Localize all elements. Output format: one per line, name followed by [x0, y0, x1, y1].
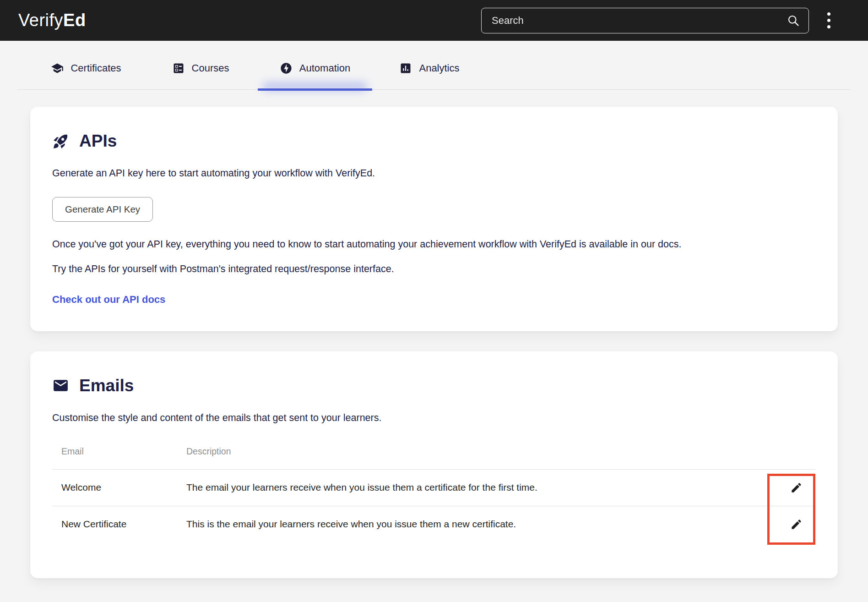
edit-pencil-icon [790, 482, 803, 494]
certificates-school-icon [51, 62, 64, 75]
email-description: The email your learners receive when you… [186, 482, 776, 493]
apis-card-title: APIs [79, 131, 117, 151]
rocket-icon [52, 133, 69, 150]
overflow-menu-icon[interactable] [825, 11, 832, 30]
email-name: New Certificate [61, 519, 186, 530]
email-description: This is the email your learners receive … [186, 519, 776, 530]
tab-analytics-label: Analytics [419, 62, 459, 74]
main-tabs: Certificates Courses Automation Analytic… [17, 41, 851, 90]
search-bar[interactable] [481, 8, 809, 33]
tab-courses-label: Courses [192, 62, 229, 74]
tab-automation[interactable]: Automation [258, 47, 372, 89]
email-name: Welcome [61, 482, 186, 493]
search-input[interactable] [491, 14, 787, 27]
column-header-description: Description [186, 446, 776, 457]
emails-card-title: Emails [79, 376, 134, 395]
logo-text-bold: Ed [63, 11, 86, 30]
apis-postman-text: Try the APIs for yourself with Postman's… [52, 263, 816, 275]
table-row-new-certificate: New Certificate This is the email your l… [52, 506, 816, 542]
tab-certificates[interactable]: Certificates [29, 47, 143, 89]
logo-text-normal: Verify [18, 11, 63, 30]
edit-new-certificate-email-button[interactable] [787, 515, 805, 533]
courses-ballot-icon [172, 62, 185, 75]
automation-bolt-icon [280, 62, 293, 75]
apis-intro-text: Generate an API key here to start automa… [52, 167, 816, 180]
emails-card: Emails Customise the style and content o… [30, 351, 838, 578]
analytics-bars-icon [399, 62, 412, 75]
tab-automation-label: Automation [299, 62, 350, 74]
tab-analytics[interactable]: Analytics [372, 47, 487, 89]
table-row-welcome: Welcome The email your learners receive … [52, 469, 816, 506]
emails-table: Email Description Welcome The email your… [52, 446, 816, 542]
edit-welcome-email-button[interactable] [787, 479, 805, 497]
generate-api-key-button[interactable]: Generate API Key [52, 197, 153, 222]
top-bar: VerifyEd [0, 0, 868, 41]
apis-card: APIs Generate an API key here to start a… [30, 107, 838, 331]
search-icon[interactable] [787, 14, 800, 27]
emails-table-header: Email Description [52, 446, 816, 469]
edit-pencil-icon [790, 518, 803, 531]
apis-docs-text: Once you've got your API key, everything… [52, 238, 816, 251]
email-icon [52, 377, 69, 394]
emails-intro-text: Customise the style and content of the e… [52, 412, 816, 424]
column-header-email: Email [61, 446, 186, 457]
tab-courses[interactable]: Courses [143, 47, 258, 89]
apis-card-header: APIs [52, 131, 816, 151]
api-docs-link[interactable]: Check out our API docs [52, 294, 165, 306]
verifyed-logo: VerifyEd [18, 11, 86, 30]
emails-card-header: Emails [52, 376, 816, 395]
tab-certificates-label: Certificates [71, 62, 121, 74]
